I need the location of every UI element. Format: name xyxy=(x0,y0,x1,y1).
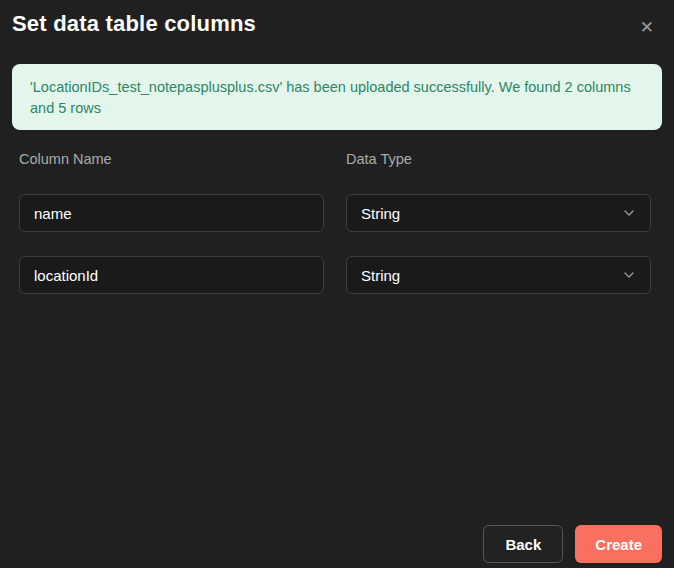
column-name-header: Column Name xyxy=(19,151,324,167)
data-type-selected-value: String xyxy=(361,267,400,284)
column-name-input-2[interactable] xyxy=(19,256,324,294)
page-title: Set data table columns xyxy=(12,11,256,37)
column-headers-row: Column Name Data Type xyxy=(19,151,651,194)
column-name-input-1[interactable] xyxy=(19,194,324,232)
chevron-down-icon xyxy=(622,206,636,220)
data-type-header: Data Type xyxy=(346,151,651,167)
create-button[interactable]: Create xyxy=(575,525,662,563)
table-row: String xyxy=(19,256,651,294)
back-button[interactable]: Back xyxy=(483,525,563,563)
data-type-select-2[interactable]: String xyxy=(346,256,651,294)
set-data-table-columns-dialog: Set data table columns ✕ 'LocationIDs_te… xyxy=(0,0,674,568)
upload-success-banner: 'LocationIDs_test_notepasplusplus.csv' h… xyxy=(12,64,662,130)
columns-form: Column Name Data Type String String xyxy=(19,151,651,294)
close-icon[interactable]: ✕ xyxy=(634,13,660,42)
dialog-footer: Back Create xyxy=(483,525,662,563)
data-type-select-1[interactable]: String xyxy=(346,194,651,232)
upload-success-message: 'LocationIDs_test_notepasplusplus.csv' h… xyxy=(30,79,631,116)
dialog-header: Set data table columns ✕ xyxy=(0,0,674,42)
chevron-down-icon xyxy=(622,268,636,282)
data-type-selected-value: String xyxy=(361,205,400,222)
table-row: String xyxy=(19,194,651,232)
